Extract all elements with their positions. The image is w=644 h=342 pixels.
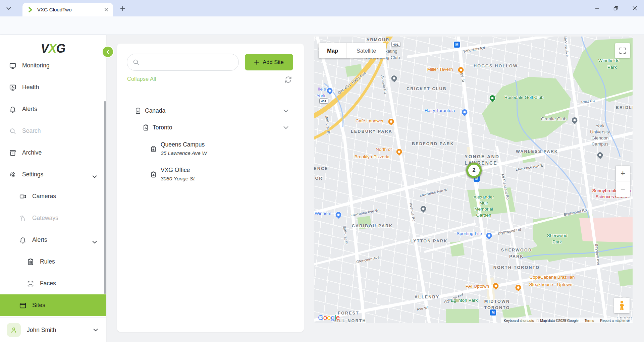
refresh-icon[interactable] bbox=[284, 75, 292, 84]
archive-icon bbox=[9, 149, 16, 157]
site-search-box[interactable] bbox=[127, 54, 239, 71]
civic-poi-pin-icon[interactable] bbox=[572, 117, 578, 123]
user-menu[interactable]: John Smith bbox=[0, 318, 106, 342]
sidebar-item-label: Monitoring bbox=[22, 62, 50, 69]
subway-station-icon[interactable]: M bbox=[490, 309, 496, 316]
sidebar-item-gateways[interactable]: Gateways bbox=[0, 207, 106, 229]
sidebar-nav: MonitoringHealthAlertsSearchArchiveSetti… bbox=[0, 62, 106, 318]
attribution-item[interactable]: Keyboard shortcuts bbox=[504, 319, 534, 323]
add-site-button[interactable]: Add Site bbox=[245, 54, 293, 70]
sidebar-item-faces[interactable]: Faces bbox=[0, 273, 106, 294]
camera-icon bbox=[19, 193, 26, 200]
site-search-input[interactable] bbox=[144, 59, 233, 65]
google-logo: Google bbox=[318, 314, 340, 322]
map-attribution: Keyboard shortcutsMap data ©2025 GoogleT… bbox=[501, 318, 633, 323]
map-view-button[interactable]: Map bbox=[319, 43, 347, 58]
sidebar-item-health[interactable]: Health bbox=[0, 76, 106, 98]
gear-icon bbox=[9, 171, 16, 178]
zoom-in-button[interactable]: + bbox=[616, 166, 630, 181]
browser-toolbar: cloudtwo-prod.vxgdemo.cloud-vms.com/cust… bbox=[0, 16, 644, 35]
highway-401-shield: 401 bbox=[319, 99, 328, 104]
site-cluster-marker[interactable]: 2 bbox=[466, 163, 482, 178]
sidebar-item-label: Rules bbox=[40, 258, 55, 265]
golf-poi-pin-icon[interactable] bbox=[490, 95, 495, 101]
sidebar-item-archive[interactable]: Archive bbox=[0, 142, 106, 164]
tab-search-icon[interactable] bbox=[5, 4, 13, 12]
sidebar-item-label: Faces bbox=[40, 280, 56, 287]
shop-poi-pin-icon[interactable] bbox=[336, 212, 341, 218]
tree-node-site[interactable]: Queens Campus 35 Lawrence Ave W bbox=[117, 138, 304, 159]
sidebar-item-cameras[interactable]: Cameras bbox=[0, 185, 106, 207]
chevron-down-icon[interactable] bbox=[283, 108, 288, 114]
window-close-button[interactable] bbox=[625, 0, 644, 16]
collapse-all-link[interactable]: Collapse All bbox=[127, 76, 156, 82]
tree-node-country[interactable]: Canada bbox=[117, 103, 304, 118]
food-poi-pin-icon[interactable] bbox=[396, 149, 402, 155]
sidebar: VXG MonitoringHealthAlertsSearchArchiveS… bbox=[0, 35, 106, 342]
zoom-controls: + − bbox=[616, 166, 630, 197]
tree-node-city[interactable]: Toronto bbox=[117, 120, 304, 135]
sidebar-collapse-button[interactable] bbox=[103, 47, 113, 57]
shop-poi-pin-icon[interactable] bbox=[462, 109, 468, 115]
map-type-toggle: Map Satellite bbox=[319, 43, 386, 58]
sidebar-item-rules[interactable]: Rules bbox=[0, 251, 106, 273]
sidebar-item-alerts[interactable]: Alerts bbox=[0, 98, 106, 120]
food-poi-pin-icon[interactable] bbox=[388, 119, 394, 124]
satellite-view-button[interactable]: Satellite bbox=[347, 43, 386, 58]
sidebar-item-settings[interactable]: Settings bbox=[0, 164, 106, 185]
attribution-item: Map data ©2025 Google bbox=[540, 319, 579, 323]
rules-icon bbox=[27, 258, 34, 266]
monitoring-icon bbox=[9, 62, 16, 69]
site-icon bbox=[150, 171, 157, 178]
sidebar-scrollbar[interactable] bbox=[104, 101, 106, 294]
sidebar-item-label: Gateways bbox=[32, 215, 58, 222]
chevron-down-icon[interactable] bbox=[283, 124, 288, 130]
food-poi-pin-icon[interactable] bbox=[493, 283, 499, 289]
shop-poi-pin-icon[interactable] bbox=[486, 233, 492, 238]
sidebar-item-monitoring[interactable]: Monitoring bbox=[0, 62, 106, 76]
fullscreen-button[interactable] bbox=[615, 43, 630, 58]
search-icon bbox=[132, 59, 140, 66]
map-canvas[interactable]: ARMOURHOGGS HOLLOWCRICKET CLUBLEDBURY PA… bbox=[314, 37, 633, 323]
zoom-out-button[interactable]: − bbox=[616, 181, 630, 197]
health-icon bbox=[9, 84, 16, 91]
sidebar-item-label: Health bbox=[22, 84, 39, 91]
subway-station-icon[interactable]: M bbox=[454, 42, 460, 48]
school-poi-pin-icon[interactable] bbox=[421, 206, 426, 212]
school-poi-pin-icon[interactable] bbox=[597, 152, 603, 158]
shop-poi-pin-icon[interactable] bbox=[327, 88, 333, 94]
site-address: 35 Lawrence Ave W bbox=[161, 149, 207, 158]
site-name: Queens Campus bbox=[161, 140, 207, 149]
sites-panel: Add Site Collapse All Canada Toronto bbox=[117, 44, 304, 332]
sidebar-item-label: Sites bbox=[32, 302, 45, 309]
bell-icon bbox=[19, 236, 26, 244]
pegman-streetview-icon[interactable] bbox=[614, 298, 630, 313]
vxg-favicon-icon bbox=[28, 7, 33, 12]
attribution-item[interactable]: Report a map error bbox=[600, 319, 630, 323]
chevron-down-icon bbox=[92, 173, 97, 180]
sidebar-item-search[interactable]: Search bbox=[0, 120, 106, 142]
attribution-item[interactable]: Terms bbox=[585, 319, 594, 323]
tab-title: VXG CloudTwo bbox=[37, 7, 103, 12]
tree-node-site[interactable]: VXG Office 3080 Yonge St bbox=[117, 164, 304, 185]
sites-icon bbox=[19, 302, 26, 309]
sidebar-item-label: Alerts bbox=[22, 106, 37, 113]
sidebar-item-sites[interactable]: Sites bbox=[0, 294, 106, 316]
food-poi-pin-icon[interactable] bbox=[516, 285, 521, 290]
window-restore-button[interactable] bbox=[606, 0, 625, 16]
highway-401-shield: 401 bbox=[391, 42, 400, 47]
new-tab-button[interactable] bbox=[118, 4, 127, 13]
add-site-label: Add Site bbox=[263, 59, 283, 65]
site-group-icon bbox=[142, 124, 149, 131]
user-name: John Smith bbox=[27, 327, 93, 334]
food-poi-pin-icon[interactable] bbox=[458, 67, 464, 73]
user-avatar-icon bbox=[7, 323, 21, 337]
vxg-logo: VXG bbox=[41, 42, 65, 56]
tab-close-icon[interactable] bbox=[103, 7, 109, 13]
civic-poi-pin-icon[interactable] bbox=[391, 75, 397, 81]
browser-tab[interactable]: VXG CloudTwo bbox=[22, 3, 113, 16]
sidebar-item-label: Alerts bbox=[32, 236, 47, 243]
site-icon bbox=[150, 146, 157, 153]
window-minimize-button[interactable] bbox=[588, 0, 606, 16]
sidebar-item-alerts[interactable]: Alerts bbox=[0, 229, 106, 251]
